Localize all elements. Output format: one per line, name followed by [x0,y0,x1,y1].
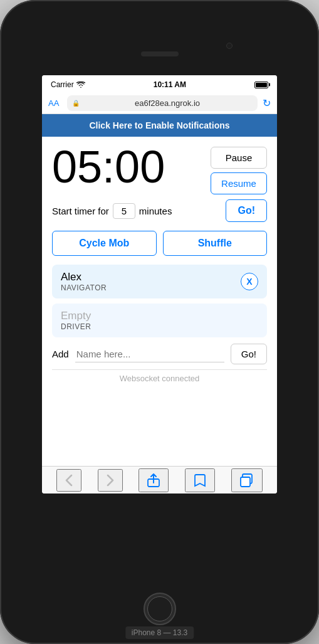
tabs-icon [240,473,254,487]
phone-device: Carrier 10:11 AM AA 🔒 ea6f28ea.ngrok [0,0,319,644]
home-button-inner [147,596,172,621]
add-name-go-button[interactable]: Go! [231,344,267,364]
start-timer-row: Start timer for minutes Go! [52,199,267,222]
lock-icon: 🔒 [72,100,80,107]
driver-info: Empty DRIVER [61,310,91,331]
url-bar[interactable]: 🔒 ea6f28ea.ngrok.io [67,95,258,111]
timer-section: 05:00 Pause Resume [52,144,267,194]
camera [226,43,233,49]
forward-button[interactable] [98,469,123,492]
device-label: iPhone 8 — 13.3 [125,626,194,639]
remove-navigator-button[interactable]: X [241,273,258,290]
home-button[interactable] [144,593,176,625]
navigator-role: NAVIGATOR [61,283,107,292]
minutes-input[interactable] [113,203,135,219]
navigator-name: Alex [61,271,107,283]
shuffle-button[interactable]: Shuffle [163,231,268,256]
phone-screen: Carrier 10:11 AM AA 🔒 ea6f28ea.ngrok [42,75,277,494]
tabs-button[interactable] [231,468,263,492]
driver-role: DRIVER [61,322,91,331]
start-timer-go-button[interactable]: Go! [226,199,267,222]
address-bar: AA 🔒 ea6f28ea.ngrok.io ↻ [42,93,277,114]
status-bar: Carrier 10:11 AM [42,75,277,93]
back-icon [65,474,73,487]
share-icon [147,473,160,487]
carrier-label: Carrier [51,80,74,89]
forward-icon [107,474,114,487]
speaker [141,51,179,56]
browser-toolbar [42,466,277,494]
navigator-card: Alex NAVIGATOR X [52,265,267,298]
reload-button[interactable]: ↻ [263,97,271,109]
url-text: ea6f28ea.ngrok.io [82,98,253,108]
resume-button[interactable]: Resume [211,172,267,194]
back-button[interactable] [56,469,81,492]
pause-button[interactable]: Pause [211,147,267,169]
bookmarks-icon [194,473,206,487]
driver-card: Empty DRIVER [52,304,267,337]
websocket-status: Websocket connected [52,370,267,387]
battery-indicator [254,82,268,88]
notification-text: Click Here to Enable Notifications [89,120,229,130]
minutes-label: minutes [139,206,222,216]
aa-button[interactable]: AA [48,98,62,108]
bookmarks-button[interactable] [185,468,215,492]
driver-name: Empty [61,310,91,322]
timer-controls: Pause Resume [211,144,267,194]
notification-banner[interactable]: Click Here to Enable Notifications [42,114,277,137]
navigator-info: Alex NAVIGATOR [61,271,107,292]
action-buttons-row: Cycle Mob Shuffle [52,231,267,256]
share-button[interactable] [139,468,169,492]
timer-display: 05:00 [52,144,165,189]
status-time: 10:11 AM [154,80,186,89]
carrier-info: Carrier [51,80,85,89]
add-label: Add [52,349,69,359]
wifi-icon [76,82,85,88]
svg-rect-2 [241,477,250,487]
add-name-input[interactable] [75,346,224,362]
cycle-mob-button[interactable]: Cycle Mob [52,231,157,256]
main-content: 05:00 Pause Resume Start timer for minut… [42,137,277,466]
add-name-row: Add Go! [52,344,267,370]
start-timer-label: Start timer for [52,206,109,216]
